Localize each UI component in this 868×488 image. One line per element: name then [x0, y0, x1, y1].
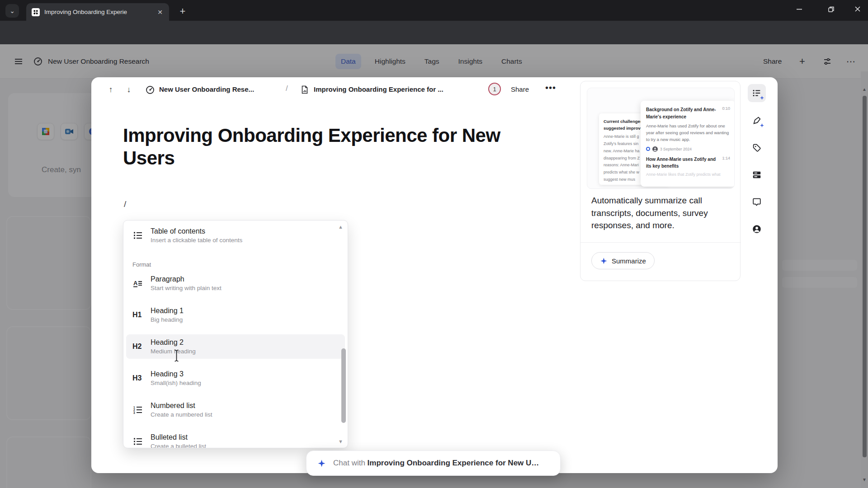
breadcrumb-doc[interactable]: Improving Onboarding Experience for ... — [314, 85, 443, 93]
sparkle-icon — [600, 257, 608, 265]
chat-prefix: Chat with — [333, 459, 368, 467]
browser-tab[interactable]: Improving Onboarding Experie ✕ — [26, 3, 169, 21]
heading-2-icon: H2 — [132, 343, 142, 351]
sparkle-icon — [760, 95, 764, 100]
menu-item-heading-2[interactable]: H2 Heading 2Medium heading — [126, 334, 345, 359]
document-modal: ↑ ↓ New User Onboarding Rese... / Improv… — [91, 77, 778, 473]
summarize-button[interactable]: Summarize — [591, 252, 655, 269]
menu-section-label: Format — [123, 255, 348, 271]
tag-rail-button[interactable] — [748, 139, 766, 157]
menu-item-heading-3[interactable]: H3 Heading 3Small(ish) heading — [126, 366, 345, 390]
breadcrumb-doc-icon — [300, 85, 309, 94]
menu-scroll-up-icon[interactable]: ▲ — [338, 224, 343, 230]
menu-item-desc: Insert a clickable table of contents — [151, 237, 242, 244]
speakers-rail-button[interactable] — [748, 220, 766, 238]
chat-with-doc-bar[interactable]: Chat with Improving Onboarding Experienc… — [306, 450, 561, 476]
paragraph-icon: A — [132, 278, 151, 289]
slash-command-text[interactable]: / — [124, 199, 126, 209]
window-minimize-button[interactable] — [789, 0, 810, 18]
browser-toolbar: ← → moodjoy-team-2h2v.dovetail.com/data/… — [0, 21, 868, 44]
speaker-avatar — [652, 146, 658, 152]
browser-tabstrip: ⌄ Improving Onboarding Experie ✕ + — [0, 0, 868, 21]
tab-close-icon[interactable]: ✕ — [156, 8, 165, 17]
window-restore-button[interactable] — [821, 0, 841, 18]
menu-item-heading-1[interactable]: H1 Heading 1Big heading — [126, 303, 345, 327]
next-item-arrow-down-icon[interactable]: ↓ — [123, 84, 135, 95]
breadcrumb-project-icon — [146, 85, 155, 94]
menu-item-title: Table of contents — [151, 227, 242, 235]
chat-doc-name: Improving Onboarding Experience for New … — [368, 459, 539, 467]
breadcrumb-separator: / — [286, 84, 288, 93]
menu-item-numbered-list[interactable]: 123 Numbered listCreate a numbered list — [126, 398, 345, 422]
comments-rail-button[interactable] — [748, 193, 766, 211]
svg-text:A: A — [133, 280, 138, 286]
heading-1-icon: H1 — [132, 311, 142, 319]
heading-3-icon: H3 — [132, 374, 142, 382]
highlight-dot-icon — [646, 147, 650, 151]
table-of-contents-icon — [132, 230, 151, 241]
ibeam-cursor — [173, 349, 180, 362]
card-divider — [580, 242, 741, 243]
fields-rail-button[interactable] — [748, 166, 766, 184]
summarize-description: Automatically summarize call transcripts… — [591, 194, 727, 232]
ai-summary-rail-button[interactable] — [748, 84, 766, 102]
modal-share-button[interactable]: Share — [511, 85, 529, 93]
numbered-list-icon: 123 — [132, 404, 151, 415]
tab-title: Improving Onboarding Experie — [44, 9, 156, 15]
sparkle-icon — [317, 459, 326, 468]
dovetail-favicon-icon — [32, 8, 40, 16]
summary-preview-illustration: Current challenges suggested improve Ann… — [587, 88, 735, 189]
preview-front-card: Background on Zotify and Anne-Marie's ex… — [641, 101, 735, 187]
menu-item-paragraph[interactable]: A ParagraphStart writing with plain text — [126, 271, 345, 296]
menu-scroll-down-icon[interactable]: ▼ — [338, 439, 343, 444]
menu-item-bulleted-list[interactable]: Bulleted listCreate a bulleted list — [126, 429, 345, 448]
bulleted-list-icon — [132, 436, 151, 447]
menu-scrollbar-thumb[interactable] — [341, 348, 346, 423]
tab-search-chevron-icon[interactable]: ⌄ — [5, 4, 19, 18]
slash-command-menu: Table of contentsInsert a clickable tabl… — [123, 220, 348, 448]
window-close-button[interactable] — [847, 0, 868, 18]
modal-more-icon[interactable]: ••• — [545, 83, 556, 93]
breadcrumb-project[interactable]: New User Onboarding Rese... — [159, 85, 254, 93]
document-title[interactable]: Improving Onboarding Experience for New … — [123, 124, 507, 170]
menu-item-table-of-contents[interactable]: Table of contentsInsert a clickable tabl… — [126, 223, 345, 248]
new-tab-button[interactable]: + — [176, 5, 189, 18]
summarize-card: Current challenges suggested improve Ann… — [580, 81, 741, 281]
presence-avatar[interactable]: 1 — [488, 83, 501, 95]
sparkle-icon — [760, 123, 764, 128]
ai-highlight-rail-button[interactable] — [748, 112, 766, 130]
svg-text:3: 3 — [133, 411, 135, 414]
prev-item-arrow-up-icon[interactable]: ↑ — [105, 84, 117, 95]
